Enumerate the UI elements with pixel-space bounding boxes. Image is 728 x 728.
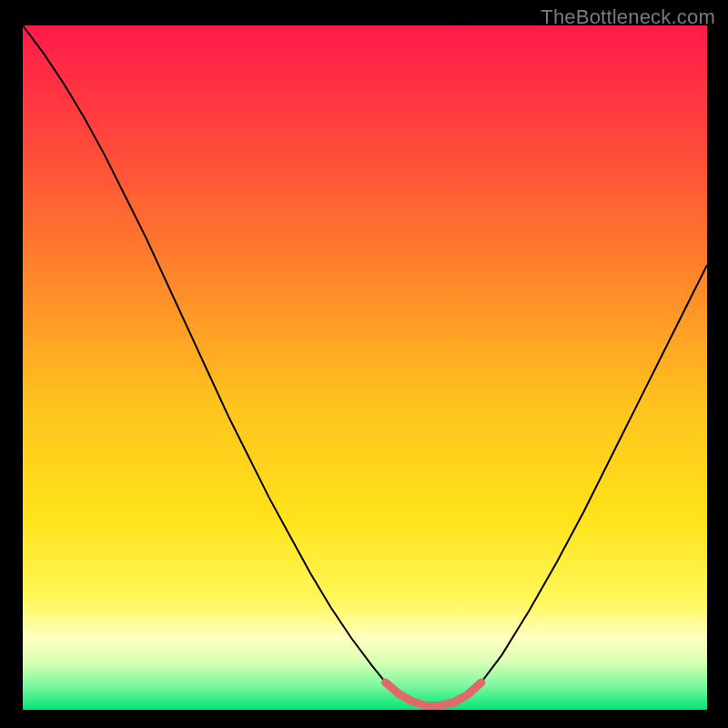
chart-container: TheBottleneck.com xyxy=(0,0,728,728)
plot-background xyxy=(23,25,707,710)
watermark-text: TheBottleneck.com xyxy=(541,5,715,29)
bottleneck-chart xyxy=(0,0,728,728)
